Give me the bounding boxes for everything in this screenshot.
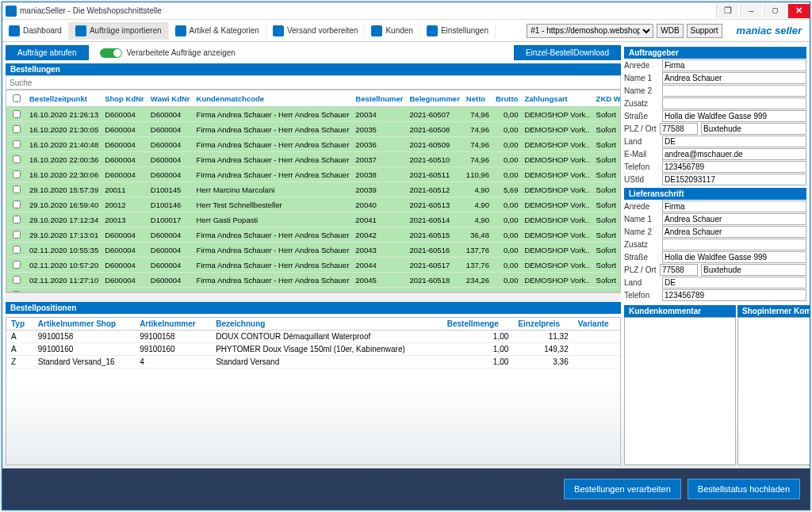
order-row[interactable]: 02.11.2020 10:57:20D600004D600004Firma A… [6,258,621,273]
land-input[interactable] [662,277,806,288]
plz-input[interactable] [660,264,698,276]
ort-input[interactable] [701,123,806,135]
upload-status-button[interactable]: Bestellstatus hochladen [688,479,800,499]
internal-comment-input[interactable] [737,317,810,465]
row-checkbox[interactable] [13,140,21,148]
position-row[interactable]: ZStandard Versand_164Standard Versand1,0… [6,356,620,369]
cell: 137,76 [463,243,492,258]
order-row[interactable]: 02.11.2020 14:23:0420014D100147Herr Marc… [6,288,621,293]
straße-input[interactable] [662,251,806,263]
row-checkbox[interactable] [13,276,21,284]
order-row[interactable]: 02.11.2020 11:27:10D600004D600004Firma A… [6,273,621,288]
positions-col-header[interactable]: Variante [573,318,620,331]
order-row[interactable]: 29.10.2020 17:12:3420013D100017Herr Gast… [6,212,621,227]
name-2-input[interactable] [662,226,806,238]
fetch-orders-button[interactable]: Aufträge abrufen [6,45,89,60]
positions-heading: Bestellpositionen [6,302,621,314]
row-checkbox[interactable] [13,201,21,208]
processed-toggle[interactable] [100,48,122,58]
zusatz-input[interactable] [662,97,806,109]
ort-input[interactable] [701,264,806,276]
position-row[interactable]: A9910016099100160PHYTOMER Doux Visage 15… [6,343,620,356]
telefon-input[interactable] [662,161,806,173]
positions-col-header[interactable]: Typ [6,318,33,331]
cell: D600004 [102,227,147,243]
row-checkbox[interactable] [13,185,21,193]
tab-shipping[interactable]: Versand vorbereiten [266,22,366,40]
window-minimize-icon[interactable]: – [740,4,762,18]
window-new-icon[interactable]: ❐ [716,4,738,18]
support-button[interactable]: Support [687,24,722,38]
positions-col-header[interactable]: Bezeichnung [211,318,442,331]
shop-selector[interactable]: #1 - https://demoshop.webshopschnittstel… [527,24,653,38]
field-label: PLZ / Ort [624,124,660,133]
row-checkbox[interactable] [13,246,21,254]
row-checkbox[interactable] [13,155,21,163]
row-checkbox[interactable] [13,125,21,133]
land-input[interactable] [662,136,806,147]
telefon-input[interactable] [662,289,806,301]
orders-col-header[interactable]: Brutto [492,90,522,107]
position-row[interactable]: A9910015899100158DOUX CONTOUR Démaquilla… [6,331,620,343]
orders-col-header[interactable]: Wawi KdNr [147,90,193,107]
ustid-input[interactable] [662,174,806,185]
row-checkbox[interactable] [13,291,21,292]
order-row[interactable]: 16.10.2020 21:30:05D600004D600004Firma A… [6,122,621,137]
positions-col-header[interactable]: Bestellmenge [442,318,514,331]
customer-comment-input[interactable] [624,317,736,465]
process-orders-button[interactable]: Bestellungen verarbeiten [564,479,681,499]
cell: D600004 [102,243,147,258]
name-1-input[interactable] [662,213,806,225]
order-row[interactable]: 16.10.2020 22:30:06D600004D600004Firma A… [6,167,621,182]
order-row[interactable]: 29.10.2020 15:57:3920011D100145Herr Marc… [6,182,621,197]
order-row[interactable]: 16.10.2020 21:40:48D600004D600004Firma A… [6,137,621,152]
orders-scrollbar[interactable] [6,292,621,302]
orders-search-input[interactable] [6,75,621,90]
plz-input[interactable] [660,123,698,135]
order-row[interactable]: 02.11.2020 10:55:35D600004D600004Firma A… [6,243,621,258]
e-mail-input[interactable] [662,148,806,160]
orders-col-header[interactable]: Netto [463,90,492,107]
name-1-input[interactable] [662,72,806,84]
row-checkbox[interactable] [13,216,21,224]
anrede-input[interactable] [662,201,806,212]
row-checkbox[interactable] [13,170,21,178]
zusatz-input[interactable] [662,239,806,250]
row-checkbox[interactable] [13,231,21,239]
tab-articles[interactable]: Artikel & Kategorien [169,22,266,40]
orders-col-header[interactable] [6,90,26,107]
orders-col-header[interactable]: Bestellzeitpunkt [26,90,102,107]
row-checkbox[interactable] [13,261,21,269]
wdb-button[interactable]: WDB [657,24,683,38]
anrede-input[interactable] [662,59,806,71]
order-row[interactable]: 16.10.2020 22:00:36D600004D600004Firma A… [6,152,621,167]
positions-col-header[interactable]: Artikelnummer Shop [33,318,135,331]
orders-grid[interactable]: BestellzeitpunktShop KdNrWawi KdNrKunden… [6,90,621,292]
select-all-checkbox[interactable] [13,94,21,102]
tab-customers[interactable]: Kunden [365,22,419,40]
orders-col-header[interactable]: Zahlungsart [521,90,592,107]
name-2-input[interactable] [662,85,806,97]
tab-dashboard[interactable]: Dashboard [2,22,69,40]
positions-grid[interactable]: TypArtikelnummer ShopArtikelnummerBezeic… [6,317,621,465]
single-download-button[interactable]: Einzel-BestellDownload [514,45,621,60]
positions-col-header[interactable]: Artikelnummer [135,318,211,331]
tab-settings[interactable]: Einstellungen [420,22,496,40]
window-close-icon[interactable]: ✕ [787,4,810,18]
row-checkbox[interactable] [13,110,21,118]
order-row[interactable]: 29.10.2020 16:59:4020012D100146Herr Test… [6,197,621,212]
orders-col-header[interactable]: Bestellnumer [352,90,406,107]
order-row[interactable]: 29.10.2020 17:13:01D600004D600004Firma A… [6,227,621,243]
orders-col-header[interactable]: Shop KdNr [102,90,147,107]
positions-col-header[interactable]: Einzelpreis [513,318,573,331]
tab-import-orders[interactable]: Aufträge importieren [69,22,169,40]
cell: Sofort [593,107,621,122]
straße-input[interactable] [662,110,806,122]
orders-col-header[interactable]: ZKD Wawi [593,90,621,107]
cell: 4 [135,356,211,369]
orders-col-header[interactable]: Kundenmatchcode [193,90,353,107]
cell: 74,96 [463,152,492,167]
order-row[interactable]: 16.10.2020 21:26:13D600004D600004Firma A… [6,107,621,122]
orders-col-header[interactable]: Belegnummer [407,90,463,107]
window-maximize-icon[interactable]: ▢ [764,4,786,18]
